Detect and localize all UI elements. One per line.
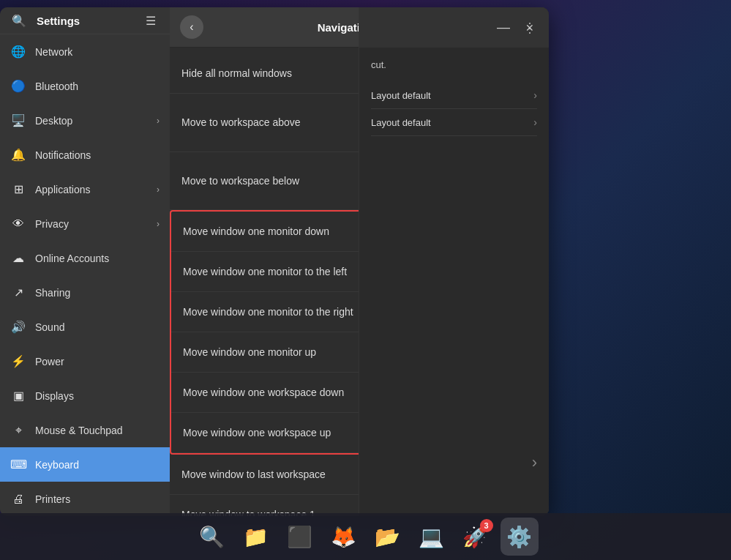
sidebar-applications-icon: ⊞ bbox=[10, 182, 26, 198]
panel-arrow-icon: › bbox=[532, 453, 537, 471]
panel-row-1-label: Layout default bbox=[371, 90, 431, 101]
sidebar-item-privacy[interactable]: 👁 Privacy › bbox=[0, 206, 170, 241]
sidebar-displays-label: Displays bbox=[35, 390, 160, 402]
chevron-right-icon-1: › bbox=[533, 89, 537, 101]
taskbar-icon-files[interactable]: 📁 bbox=[237, 518, 275, 556]
sidebar-desktop-chevron: › bbox=[157, 116, 160, 126]
sidebar-online-accounts-icon: ☁ bbox=[10, 250, 26, 266]
sidebar-applications-label: Applications bbox=[35, 184, 148, 195]
sidebar-desktop-icon: 🖥️ bbox=[10, 113, 26, 129]
right-panel-content: cut. Layout default › Layout default › › bbox=[359, 48, 549, 148]
taskbar-settings-symbol: ⚙️ bbox=[506, 525, 532, 549]
sidebar-sharing-label: Sharing bbox=[35, 287, 160, 299]
taskbar-icon-apps[interactable]: ⬛ bbox=[281, 518, 319, 556]
panel-arrow-row[interactable]: › bbox=[532, 453, 537, 472]
taskbar-firefox-symbol: 🦊 bbox=[331, 525, 356, 549]
taskbar-updates-badge: 3 bbox=[480, 519, 493, 532]
sidebar-power-label: Power bbox=[35, 356, 160, 367]
sidebar-header: 🔍 Settings ☰ bbox=[0, 7, 170, 34]
sidebar-item-keyboard[interactable]: ⌨ Keyboard bbox=[0, 447, 170, 482]
sidebar-applications-chevron: › bbox=[157, 184, 160, 195]
sidebar-item-sharing[interactable]: ↗ Sharing bbox=[0, 275, 170, 310]
sidebar-mouse-touchpad-label: Mouse & Touchpad bbox=[35, 425, 160, 436]
sidebar-item-network[interactable]: 🌐 Network bbox=[0, 34, 170, 69]
taskbar-terminal-symbol: 💻 bbox=[419, 525, 444, 549]
sidebar-item-mouse-touchpad[interactable]: ⌖ Mouse & Touchpad bbox=[0, 413, 170, 447]
sidebar-sharing-icon: ↗ bbox=[10, 285, 26, 301]
taskbar-apps-symbol: ⬛ bbox=[287, 525, 312, 549]
window-controls: — ✕ bbox=[484, 7, 549, 48]
sidebar-bluetooth-icon: 🔵 bbox=[10, 78, 26, 94]
taskbar-icon-settings[interactable]: ⚙️ bbox=[501, 518, 539, 556]
sidebar-desktop-label: Desktop bbox=[35, 115, 148, 127]
sidebar-network-label: Network bbox=[35, 46, 160, 58]
right-panel: ⋮ cut. Layout default › Layout default ›… bbox=[359, 7, 549, 516]
settings-window: 🔍 Settings ☰ 🌐 Network 🔵 Bluetooth 🖥️ De… bbox=[0, 7, 549, 516]
taskbar-icon-search[interactable]: 🔍 bbox=[193, 518, 231, 556]
sidebar-notifications-icon: 🔔 bbox=[10, 147, 26, 163]
sidebar-sound-label: Sound bbox=[35, 321, 160, 333]
sidebar-item-power[interactable]: ⚡ Power bbox=[0, 344, 170, 378]
taskbar-icon-firefox[interactable]: 🦊 bbox=[325, 518, 363, 556]
sidebar-mouse-touchpad-icon: ⌖ bbox=[10, 422, 26, 438]
taskbar-icon-terminal[interactable]: 💻 bbox=[413, 518, 451, 556]
panel-row-1[interactable]: Layout default › bbox=[371, 82, 537, 109]
minimize-button[interactable]: — bbox=[493, 18, 514, 38]
sidebar-privacy-label: Privacy bbox=[35, 218, 148, 230]
sidebar-item-online-accounts[interactable]: ☁ Online Accounts bbox=[0, 241, 170, 275]
sidebar-keyboard-icon: ⌨ bbox=[10, 457, 26, 473]
menu-icon[interactable]: ☰ bbox=[140, 10, 161, 31]
search-icon[interactable]: 🔍 bbox=[9, 10, 29, 31]
sidebar-power-icon: ⚡ bbox=[10, 354, 26, 370]
taskbar-search-symbol: 🔍 bbox=[199, 525, 225, 549]
sidebar-title: Settings bbox=[37, 15, 133, 27]
taskbar-icon-updates[interactable]: 🚀3 bbox=[457, 518, 495, 556]
sidebar-bluetooth-label: Bluetooth bbox=[35, 81, 160, 92]
sidebar-item-desktop[interactable]: 🖥️ Desktop › bbox=[0, 103, 170, 138]
sidebar-item-bluetooth[interactable]: 🔵 Bluetooth bbox=[0, 69, 170, 103]
sidebar-item-sound[interactable]: 🔊 Sound bbox=[0, 310, 170, 344]
taskbar-files-symbol: 📁 bbox=[243, 525, 269, 549]
shortcut-text: cut. bbox=[371, 59, 537, 70]
taskbar-icon-file-manager[interactable]: 📂 bbox=[369, 518, 407, 556]
sidebar-keyboard-label: Keyboard bbox=[35, 459, 160, 471]
sidebar-item-displays[interactable]: ▣ Displays bbox=[0, 378, 170, 413]
sidebar-item-applications[interactable]: ⊞ Applications › bbox=[0, 172, 170, 206]
panel-row-2[interactable]: Layout default › bbox=[371, 109, 537, 136]
sidebar-displays-icon: ▣ bbox=[10, 388, 26, 404]
window-close-button[interactable]: ✕ bbox=[520, 18, 540, 38]
sidebar-items-container: 🌐 Network 🔵 Bluetooth 🖥️ Desktop › 🔔 Not… bbox=[0, 34, 170, 516]
sidebar-item-printers[interactable]: 🖨 Printers bbox=[0, 482, 170, 516]
panel-row-2-value: › bbox=[533, 116, 537, 128]
sidebar-network-icon: 🌐 bbox=[10, 44, 26, 60]
sidebar-privacy-icon: 👁 bbox=[10, 216, 26, 232]
sidebar: 🔍 Settings ☰ 🌐 Network 🔵 Bluetooth 🖥️ De… bbox=[0, 7, 170, 516]
sidebar-notifications-label: Notifications bbox=[35, 149, 160, 161]
chevron-right-icon-2: › bbox=[533, 116, 537, 128]
sidebar-item-notifications[interactable]: 🔔 Notifications bbox=[0, 138, 170, 172]
sidebar-online-accounts-label: Online Accounts bbox=[35, 253, 160, 264]
panel-row-2-label: Layout default bbox=[371, 117, 431, 128]
taskbar: 🔍📁⬛🦊📂💻🚀3⚙️ bbox=[0, 513, 731, 560]
sidebar-privacy-chevron: › bbox=[157, 219, 160, 229]
sidebar-sound-icon: 🔊 bbox=[10, 319, 26, 335]
sidebar-printers-icon: 🖨 bbox=[10, 491, 26, 507]
panel-row-1-value: › bbox=[533, 89, 537, 101]
sidebar-printers-label: Printers bbox=[35, 493, 160, 505]
taskbar-file-manager-symbol: 📂 bbox=[375, 525, 400, 549]
